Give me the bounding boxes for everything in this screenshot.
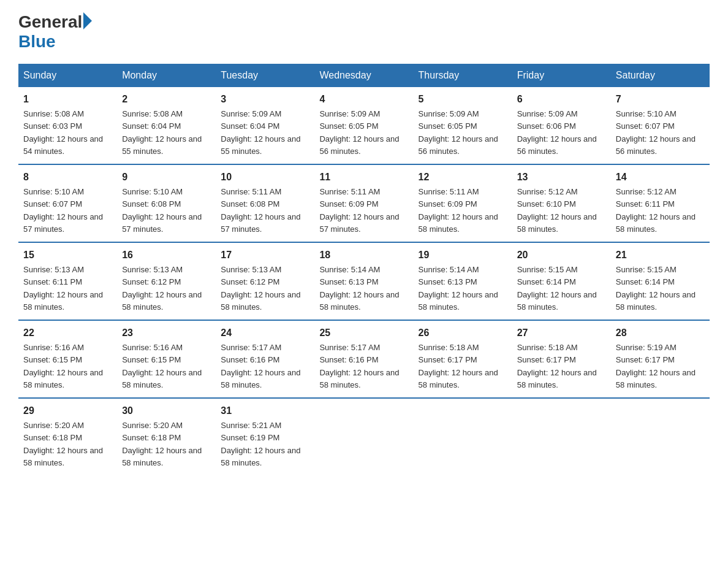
week-row-2: 8Sunrise: 5:10 AMSunset: 6:07 PMDaylight… [18,164,710,242]
calendar-cell: 11Sunrise: 5:11 AMSunset: 6:09 PMDayligh… [314,164,413,242]
calendar-cell: 31Sunrise: 5:21 AMSunset: 6:19 PMDayligh… [216,398,314,475]
calendar-cell: 22Sunrise: 5:16 AMSunset: 6:15 PMDayligh… [18,320,117,398]
day-info: Sunrise: 5:10 AMSunset: 6:07 PMDaylight:… [23,187,103,234]
day-number: 9 [122,170,211,185]
day-info: Sunrise: 5:11 AMSunset: 6:08 PMDaylight:… [221,187,300,234]
calendar-cell: 2Sunrise: 5:08 AMSunset: 6:04 PMDaylight… [117,87,216,164]
calendar-cell: 18Sunrise: 5:14 AMSunset: 6:13 PMDayligh… [314,242,413,320]
week-row-1: 1Sunrise: 5:08 AMSunset: 6:03 PMDaylight… [18,87,710,164]
calendar-cell [611,398,710,475]
day-number: 5 [419,92,507,107]
calendar-cell [512,398,611,475]
logo-triangle-icon [83,12,92,29]
calendar-cell: 30Sunrise: 5:20 AMSunset: 6:18 PMDayligh… [117,398,216,475]
day-number: 19 [419,248,507,262]
calendar-cell: 17Sunrise: 5:13 AMSunset: 6:12 PMDayligh… [216,242,314,320]
day-info: Sunrise: 5:20 AMSunset: 6:18 PMDaylight:… [23,421,103,467]
day-info: Sunrise: 5:10 AMSunset: 6:07 PMDaylight:… [616,109,696,156]
day-info: Sunrise: 5:15 AMSunset: 6:14 PMDaylight:… [616,265,696,312]
calendar-cell: 23Sunrise: 5:16 AMSunset: 6:15 PMDayligh… [117,320,216,398]
day-info: Sunrise: 5:12 AMSunset: 6:11 PMDaylight:… [616,187,696,234]
calendar-cell [314,398,413,475]
day-number: 1 [23,92,112,107]
day-number: 20 [517,248,606,262]
day-number: 23 [122,326,211,340]
day-number: 21 [616,248,705,262]
header-row: SundayMondayTuesdayWednesdayThursdayFrid… [18,64,710,87]
day-number: 7 [616,92,705,107]
calendar-cell: 25Sunrise: 5:17 AMSunset: 6:16 PMDayligh… [314,320,413,398]
day-info: Sunrise: 5:09 AMSunset: 6:06 PMDaylight:… [517,109,597,156]
header-sunday: Sunday [18,64,117,87]
day-info: Sunrise: 5:11 AMSunset: 6:09 PMDaylight:… [419,187,498,234]
header-thursday: Thursday [414,64,512,87]
logo: General Blue [18,12,92,52]
header-friday: Friday [512,64,611,87]
calendar-cell: 3Sunrise: 5:09 AMSunset: 6:04 PMDaylight… [216,87,314,164]
day-number: 29 [23,404,112,418]
day-number: 18 [319,248,408,262]
day-number: 8 [23,170,112,185]
day-number: 31 [221,404,309,418]
logo-blue-text: Blue [18,32,56,52]
day-number: 10 [221,170,309,185]
day-info: Sunrise: 5:13 AMSunset: 6:12 PMDaylight:… [221,265,300,312]
calendar-cell: 20Sunrise: 5:15 AMSunset: 6:14 PMDayligh… [512,242,611,320]
day-info: Sunrise: 5:17 AMSunset: 6:16 PMDaylight:… [221,343,300,389]
header-tuesday: Tuesday [216,64,314,87]
day-number: 24 [221,326,309,340]
logo-general-text: General [18,12,82,32]
calendar-cell: 4Sunrise: 5:09 AMSunset: 6:05 PMDaylight… [314,87,413,164]
day-info: Sunrise: 5:14 AMSunset: 6:13 PMDaylight:… [319,265,399,312]
calendar-table: SundayMondayTuesdayWednesdayThursdayFrid… [18,64,710,475]
calendar-cell: 21Sunrise: 5:15 AMSunset: 6:14 PMDayligh… [611,242,710,320]
day-number: 14 [616,170,705,185]
day-number: 26 [419,326,507,340]
calendar-cell: 8Sunrise: 5:10 AMSunset: 6:07 PMDaylight… [18,164,117,242]
header-saturday: Saturday [611,64,710,87]
calendar-cell: 12Sunrise: 5:11 AMSunset: 6:09 PMDayligh… [414,164,512,242]
day-number: 22 [23,326,112,340]
day-info: Sunrise: 5:15 AMSunset: 6:14 PMDaylight:… [517,265,597,312]
day-info: Sunrise: 5:08 AMSunset: 6:03 PMDaylight:… [23,109,103,156]
day-number: 25 [319,326,408,340]
week-row-5: 29Sunrise: 5:20 AMSunset: 6:18 PMDayligh… [18,398,710,475]
day-number: 28 [616,326,705,340]
day-number: 30 [122,404,211,418]
day-info: Sunrise: 5:09 AMSunset: 6:05 PMDaylight:… [419,109,498,156]
calendar-cell: 5Sunrise: 5:09 AMSunset: 6:05 PMDaylight… [414,87,512,164]
day-number: 11 [319,170,408,185]
calendar-cell: 19Sunrise: 5:14 AMSunset: 6:13 PMDayligh… [414,242,512,320]
calendar-cell: 6Sunrise: 5:09 AMSunset: 6:06 PMDaylight… [512,87,611,164]
calendar-cell: 26Sunrise: 5:18 AMSunset: 6:17 PMDayligh… [414,320,512,398]
day-info: Sunrise: 5:13 AMSunset: 6:11 PMDaylight:… [23,265,103,312]
day-info: Sunrise: 5:17 AMSunset: 6:16 PMDaylight:… [319,343,399,389]
day-info: Sunrise: 5:21 AMSunset: 6:19 PMDaylight:… [221,421,300,467]
day-info: Sunrise: 5:09 AMSunset: 6:04 PMDaylight:… [221,109,300,156]
calendar-cell: 14Sunrise: 5:12 AMSunset: 6:11 PMDayligh… [611,164,710,242]
day-number: 2 [122,92,211,107]
calendar-cell: 13Sunrise: 5:12 AMSunset: 6:10 PMDayligh… [512,164,611,242]
calendar-cell: 16Sunrise: 5:13 AMSunset: 6:12 PMDayligh… [117,242,216,320]
calendar-cell: 7Sunrise: 5:10 AMSunset: 6:07 PMDaylight… [611,87,710,164]
calendar-cell: 1Sunrise: 5:08 AMSunset: 6:03 PMDaylight… [18,87,117,164]
day-number: 12 [419,170,507,185]
day-info: Sunrise: 5:18 AMSunset: 6:17 PMDaylight:… [517,343,597,389]
calendar-cell: 29Sunrise: 5:20 AMSunset: 6:18 PMDayligh… [18,398,117,475]
calendar-cell [414,398,512,475]
day-number: 17 [221,248,309,262]
calendar-cell: 28Sunrise: 5:19 AMSunset: 6:17 PMDayligh… [611,320,710,398]
day-number: 15 [23,248,112,262]
day-info: Sunrise: 5:09 AMSunset: 6:05 PMDaylight:… [319,109,399,156]
day-number: 13 [517,170,606,185]
day-info: Sunrise: 5:19 AMSunset: 6:17 PMDaylight:… [616,343,696,389]
page-header: General Blue [18,12,710,52]
calendar-cell: 9Sunrise: 5:10 AMSunset: 6:08 PMDaylight… [117,164,216,242]
day-number: 27 [517,326,606,340]
week-row-4: 22Sunrise: 5:16 AMSunset: 6:15 PMDayligh… [18,320,710,398]
calendar-cell: 15Sunrise: 5:13 AMSunset: 6:11 PMDayligh… [18,242,117,320]
header-wednesday: Wednesday [314,64,413,87]
day-info: Sunrise: 5:11 AMSunset: 6:09 PMDaylight:… [319,187,399,234]
day-info: Sunrise: 5:20 AMSunset: 6:18 PMDaylight:… [122,421,202,467]
header-monday: Monday [117,64,216,87]
